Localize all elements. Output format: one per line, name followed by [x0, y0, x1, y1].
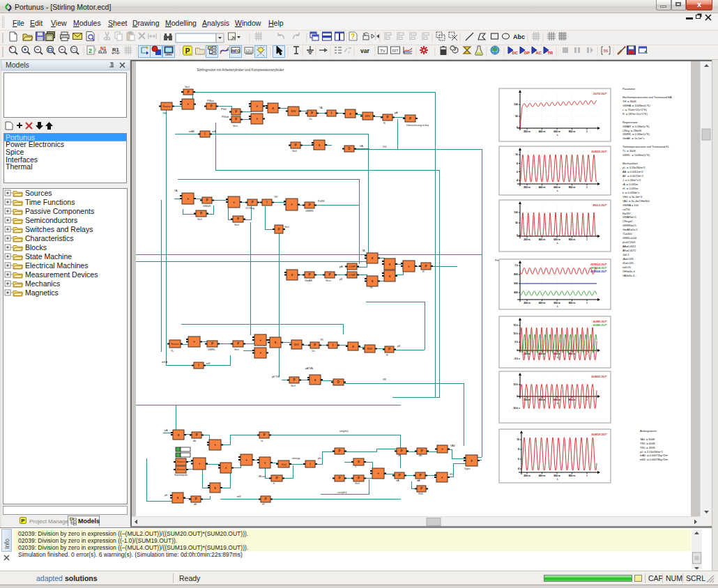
svg-text:Tieftemperaturseite und Trennw: Tieftemperaturseite und Trennwand KL — [622, 145, 670, 148]
svg-text:var: var — [360, 47, 369, 54]
svg-text:50: 50 — [515, 115, 518, 118]
svg-text:AC: AC — [536, 51, 542, 55]
svg-text:mK0 := 0.00078kg^2/m: mK0 := 0.00078kg^2/m — [640, 458, 668, 461]
svg-text:P: P — [328, 273, 330, 277]
svg-text:ra: ra — [261, 440, 263, 442]
svg-text:8: 8 — [518, 448, 519, 451]
svg-text:200 m: 200 m — [524, 474, 530, 477]
svg-text:VA0: VA0 — [450, 444, 455, 447]
svg-text:R1: R1 — [112, 47, 119, 53]
svg-text:TL := 300K: TL := 300K — [622, 149, 636, 153]
svg-text:State Machine: State Machine — [25, 252, 72, 261]
svg-text:Measurement Devices: Measurement Devices — [25, 270, 98, 279]
svg-text:1: 1 — [586, 130, 588, 133]
svg-text:1: 1 — [586, 238, 588, 241]
svg-text:Abc: Abc — [513, 33, 525, 40]
svg-text:t.: t. — [557, 242, 558, 245]
svg-text:1: 1 — [586, 474, 588, 477]
svg-text:omega: omega — [292, 457, 300, 460]
svg-text:INFO: INFO — [231, 49, 240, 53]
svg-text:Umrechnung in bar: Umrechnung in bar — [406, 124, 429, 127]
svg-text:GmAK := 1e-5m*s: GmAK := 1e-5m*s — [622, 137, 645, 140]
svg-text:+: + — [259, 351, 261, 355]
svg-text:P: P — [195, 433, 197, 437]
svg-text:1: 1 — [586, 186, 588, 189]
svg-text:PVol: PVol — [221, 108, 227, 111]
svg-text:x: x — [389, 263, 391, 266]
svg-text:P: P — [251, 201, 253, 204]
svg-text:Parameter: Parameter — [622, 87, 636, 91]
svg-text:1/c: 1/c — [309, 118, 312, 121]
svg-text:Source: Source — [162, 105, 170, 108]
svg-text:0: 0 — [517, 349, 518, 352]
svg-text:COMP: COMP — [349, 274, 356, 277]
svg-text:-5 k: -5 k — [514, 357, 518, 360]
svg-text:Verl.: Verl. — [234, 348, 240, 351]
svg-text:P: P — [277, 228, 280, 231]
svg-text:x: x — [272, 107, 274, 110]
svg-text:x: x — [291, 273, 293, 277]
svg-text:Time Functions: Time Functions — [25, 198, 75, 206]
svg-text:c=750: c=750 — [622, 208, 631, 211]
svg-text:10 k: 10 k — [513, 332, 518, 335]
svg-text:Electrical Machines: Electrical Machines — [25, 261, 88, 270]
svg-text:OUT2.OUT: OUT2.OUT — [593, 93, 607, 95]
svg-text:PWzu: PWzu — [207, 100, 214, 102]
svg-text:mAK: mAK — [189, 130, 195, 133]
svg-text:600 m: 600 m — [553, 130, 560, 133]
svg-text:0: 0 — [517, 234, 518, 237]
svg-text:Mechanics: Mechanics — [25, 279, 60, 288]
svg-text:GmAK: GmAK — [305, 279, 313, 282]
svg-text:P: P — [264, 497, 266, 501]
svg-text:t.: t. — [557, 356, 558, 359]
svg-text:x: x — [319, 144, 321, 147]
svg-text:Verl.: Verl. — [234, 224, 240, 226]
svg-text:TA: TA — [174, 189, 178, 192]
svg-text:Verl.: Verl. — [233, 125, 238, 127]
svg-text:Models: Models — [6, 61, 29, 69]
svg-text:+: + — [225, 466, 227, 470]
svg-text:+: + — [193, 340, 195, 343]
svg-text:pA: pA — [339, 265, 343, 268]
svg-text:400 m: 400 m — [539, 474, 546, 477]
svg-text:AA=0.0051: AA=0.0051 — [622, 245, 636, 248]
svg-text:+: + — [187, 102, 189, 106]
svg-text:P: P — [185, 47, 190, 55]
svg-text:x: x — [214, 486, 216, 490]
svg-text:G(x): G(x) — [281, 463, 287, 466]
svg-text:1: 1 — [586, 353, 588, 355]
svg-text:x: x — [372, 279, 374, 283]
svg-text:Magnetics: Magnetics — [25, 288, 59, 297]
svg-text:800 m: 800 m — [569, 238, 576, 241]
svg-text:SUM19.OUT: SUM19.OUT — [591, 433, 606, 436]
svg-text:V00: V00 — [418, 493, 423, 495]
svg-text:P: P — [263, 433, 265, 437]
svg-text:pL=3.53e5: pL=3.53e5 — [622, 240, 636, 244]
svg-text:P: P — [386, 116, 388, 119]
svg-text:200 m: 200 m — [524, 130, 530, 133]
svg-text:SUM5.OUT: SUM5.OUT — [593, 320, 606, 323]
svg-text:TA: TA — [319, 107, 323, 109]
svg-text:pK: pK — [339, 278, 343, 281]
svg-text:Verl.: Verl. — [355, 482, 360, 485]
svg-text:VG: VG — [383, 146, 387, 148]
svg-text:6: 6 — [518, 458, 519, 461]
svg-text:Verl.: Verl. — [291, 385, 296, 387]
svg-text:P: P — [237, 217, 239, 221]
svg-text:GWKL := 100Nm/(s*K): GWKL := 100Nm/(s*K) — [622, 153, 650, 157]
svg-text:TK: TK — [369, 286, 373, 289]
svg-text:10: 10 — [515, 153, 518, 156]
svg-text:DIV: DIV — [365, 114, 370, 118]
svg-text:8: 8 — [517, 162, 518, 165]
svg-text:VA: VA — [360, 145, 363, 148]
svg-text:MUL3.OUT: MUL3.OUT — [593, 204, 607, 207]
svg-text:P: P — [314, 343, 316, 347]
svg-text:MLast: MLast — [259, 475, 266, 478]
svg-text:rK: rK — [398, 454, 401, 457]
svg-text:GWAR := 0.5Nm/(s*K): GWAR := 0.5Nm/(s*K) — [622, 125, 650, 128]
svg-text:400 m: 400 m — [539, 353, 546, 355]
svg-text:DIV: DIV — [291, 109, 296, 113]
svg-text:2: 2 — [89, 47, 92, 54]
svg-text:P: P — [210, 105, 212, 108]
svg-text:rA := 0.035m: rA := 0.035m — [622, 183, 638, 186]
